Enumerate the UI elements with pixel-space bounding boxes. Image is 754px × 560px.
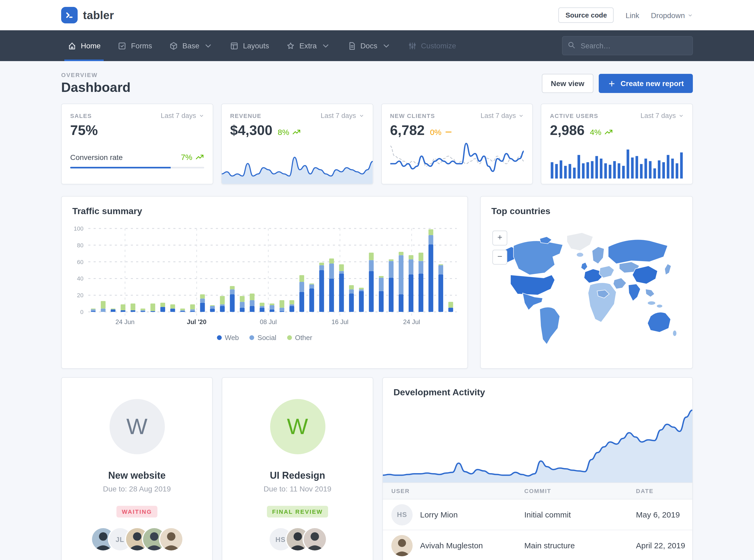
status-badge: WAITING [116, 506, 157, 518]
nav-label: Layouts [243, 41, 269, 50]
table-row[interactable]: HS Lorry Mion Initial commit May 6, 2019 [383, 499, 692, 530]
chevron-down-icon [204, 41, 213, 50]
period-dropdown[interactable]: Last 7 days [640, 112, 684, 120]
svg-text:80: 80 [77, 242, 83, 249]
file-text-icon [347, 41, 356, 50]
revenue-sparkline [222, 154, 373, 184]
period-dropdown[interactable]: Last 7 days [481, 112, 524, 120]
delta-value: 7% [181, 153, 192, 161]
nav-label: Docs [360, 41, 377, 50]
avatar: HS [391, 504, 413, 525]
traffic-summary-card: Traffic summary 02040608010024 JunJul '2… [61, 196, 468, 369]
nav-item-home[interactable]: Home [61, 30, 107, 61]
create-report-label: Create new report [621, 79, 684, 88]
source-code-button[interactable]: Source code [559, 7, 614, 23]
chevron-down-icon [199, 113, 204, 118]
chevron-down-icon [321, 41, 330, 50]
project-due-date: Due to: 11 Nov 2019 [264, 484, 331, 493]
delta-value: 0% [430, 127, 441, 137]
delta-badge: 7% [181, 153, 204, 161]
home-icon [67, 41, 77, 50]
top-countries-card: Top countries + − [480, 196, 693, 369]
brand-name: tabler [83, 9, 114, 21]
search-icon [567, 41, 576, 49]
stat-label: REVENUE [230, 112, 262, 119]
revenue-card: REVENUE Last 7 days $4,300 8% [221, 104, 373, 184]
link-button[interactable]: Link [625, 11, 639, 19]
nav-label: Forms [131, 41, 152, 50]
project-avatar: W [270, 399, 325, 454]
column-header-commit: COMMIT [516, 483, 627, 499]
stat-value: 75% [70, 122, 98, 139]
brand[interactable]: tabler [61, 7, 114, 23]
commits-table: USER COMMIT DATE HS Lorry Mion Initial c… [383, 482, 692, 560]
chevron-down-icon [359, 113, 364, 118]
sliders-icon [408, 41, 417, 50]
svg-text:24 Jul: 24 Jul [403, 318, 420, 325]
project-card-ui-redesign: W UI Redesign Due to: 11 Nov 2019 FINAL … [222, 377, 373, 560]
delta-badge: 0% [430, 127, 453, 137]
world-map [491, 224, 683, 352]
svg-text:100: 100 [74, 225, 83, 232]
stat-value: $4,300 [230, 122, 272, 139]
development-activity-chart [383, 406, 692, 482]
search-input[interactable] [562, 36, 693, 55]
checkbox-icon [118, 41, 127, 50]
nav-item-layouts[interactable]: Layouts [223, 30, 275, 61]
page-title: Dashboard [61, 80, 131, 95]
user-name: Avivah Mugleston [420, 541, 483, 550]
nav-label: Base [182, 41, 199, 50]
person-silhouette-icon [160, 528, 182, 551]
traffic-summary-title: Traffic summary [72, 206, 457, 217]
nav-item-extra[interactable]: Extra [280, 30, 336, 61]
map-zoom-in-button[interactable]: + [492, 231, 507, 245]
nav-item-base[interactable]: Base [163, 30, 219, 61]
status-badge: FINAL REVIEW [267, 506, 328, 518]
page-overline: OVERVIEW [61, 72, 131, 78]
svg-text:08 Jul: 08 Jul [260, 318, 277, 325]
commit-date: April 22, 2019 [627, 541, 692, 550]
map-zoom-out-button[interactable]: − [492, 250, 507, 265]
person-silhouette-icon [303, 528, 326, 551]
svg-text:40: 40 [77, 275, 83, 282]
stat-label: SALES [70, 112, 92, 119]
users-bars-chart [550, 147, 684, 179]
period-dropdown[interactable]: Last 7 days [161, 112, 204, 120]
project-title: UI Redesign [270, 470, 325, 481]
legend-item[interactable]: Other [287, 334, 312, 342]
conversion-progress [70, 167, 204, 168]
chevron-down-icon [688, 13, 693, 18]
flat-trend-icon [444, 127, 453, 137]
legend-item[interactable]: Social [250, 334, 276, 342]
project-card-new-website: W New website Due to: 28 Aug 2019 WAITIN… [61, 377, 213, 560]
delta-badge: 8% [278, 127, 301, 137]
nav-label: Customize [421, 41, 456, 50]
create-report-button[interactable]: Create new report [599, 74, 693, 93]
period-label: Last 7 days [640, 112, 676, 120]
commit-message: Main structure [516, 541, 627, 550]
new-view-button[interactable]: New view [542, 74, 594, 93]
svg-text:Jul '20: Jul '20 [187, 318, 207, 325]
trending-up-icon [195, 153, 204, 161]
nav-item-customize[interactable]: Customize [401, 30, 462, 61]
dropdown-menu[interactable]: Dropdown [651, 11, 693, 19]
top-header: tabler Source code Link Dropdown [0, 0, 754, 30]
plus-icon [608, 79, 616, 87]
active-users-card: ACTIVE USERS Last 7 days 2,986 4% [541, 104, 693, 184]
development-activity-title: Development Activity [383, 378, 692, 401]
stat-value: 2,986 [550, 122, 585, 139]
table-row[interactable]: Avivah Mugleston Main structure April 22… [383, 530, 692, 560]
legend-item[interactable]: Web [217, 334, 239, 342]
period-label: Last 7 days [321, 112, 356, 120]
tabler-logo-icon [61, 7, 78, 23]
column-header-user: USER [383, 483, 516, 499]
nav-label: Home [81, 41, 101, 50]
user-name: Lorry Mion [420, 510, 458, 519]
nav-item-docs[interactable]: Docs [341, 30, 397, 61]
svg-text:0: 0 [80, 309, 83, 315]
chart-legend: WebSocialOther [72, 334, 457, 342]
period-dropdown[interactable]: Last 7 days [321, 112, 364, 120]
package-icon [169, 41, 178, 50]
nav-item-forms[interactable]: Forms [111, 30, 158, 61]
svg-text:20: 20 [77, 292, 83, 299]
